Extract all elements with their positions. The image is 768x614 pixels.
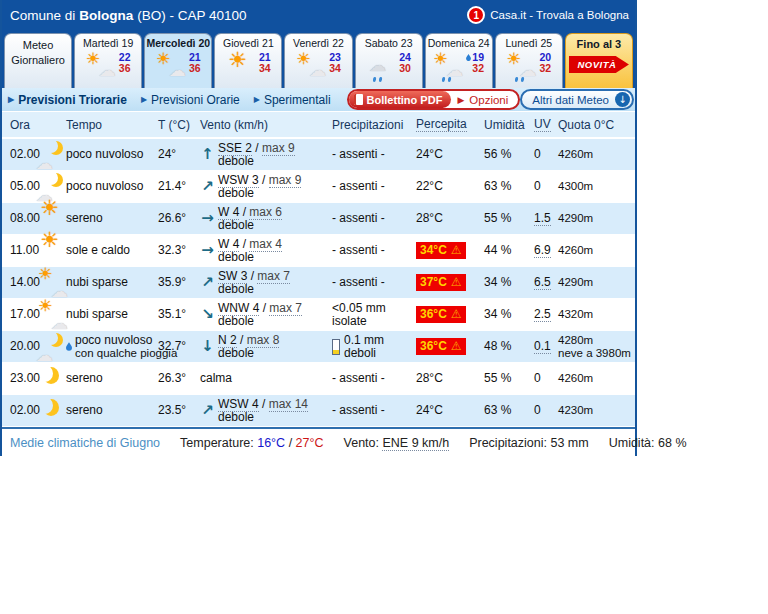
ad-label: Casa.it - Trovala a Bologna	[490, 9, 629, 21]
tab-martedi-19[interactable]: Martedì 19 ☀☁ 22 36	[74, 33, 142, 88]
max-temp: 32	[539, 62, 551, 74]
opzioni-button[interactable]: Opzioni	[469, 94, 508, 106]
pdf-icon	[354, 94, 363, 105]
time-cell: 14.00	[10, 276, 38, 289]
wind-strength: debole	[218, 283, 290, 296]
humidity-cell: 56 %	[484, 148, 534, 161]
wind-max-link[interactable]: max 7	[257, 269, 290, 284]
uv-cell: 2.5	[534, 308, 558, 321]
uv-cell: 1.5	[534, 212, 558, 225]
wind-direction-arrow: ↓	[200, 340, 215, 353]
uv-cell: 0	[534, 372, 558, 385]
nav-row: Previsioni Triorarie Previsioni Orarie S…	[2, 88, 635, 112]
heat-alert-badge[interactable]: 37°C	[416, 274, 466, 291]
tab-sabato-23[interactable]: Sabato 23 ☁ 24 30	[355, 33, 423, 88]
uv-value-link[interactable]: 1.5	[534, 211, 551, 226]
altri-dati-meteo-button[interactable]: Altri dati Meteo ↓	[520, 89, 634, 110]
page-title: Comune diBologna(BO) - CAP 40100	[10, 8, 247, 23]
uv-cell: 0	[534, 404, 558, 417]
uv-cell: 6.5	[534, 276, 558, 289]
rain-drop-icon	[466, 54, 471, 61]
uv-value-link[interactable]: 0.1	[534, 339, 551, 354]
temperature-cell: 35.9°	[158, 276, 200, 289]
uv-cell: 6.9	[534, 244, 558, 257]
wind-strength: debole	[218, 411, 308, 424]
forecast-row: 02.00 sereno 23.5° ↗ WSW 4 / max 14 debo…	[2, 395, 635, 427]
wind-max-link[interactable]: max 14	[269, 397, 308, 412]
wind-max-link[interactable]: max 9	[262, 141, 295, 156]
tab-giovedi-21[interactable]: Giovedì 21 ☀ 21 34	[214, 33, 282, 88]
temperature-cell: 26.6°	[158, 212, 200, 225]
tab-lunedi-25[interactable]: Lunedì 25 ☀☁ 20 32	[495, 33, 563, 88]
nav-sperimentali[interactable]: Sperimentali	[254, 93, 331, 107]
max-temp: 36	[189, 62, 201, 74]
conditions-cell: nubi sparse	[66, 308, 158, 321]
wind-max-link[interactable]: max 6	[249, 205, 282, 220]
wind-strength: debole	[218, 187, 301, 200]
uv-value-link[interactable]: 6.5	[534, 275, 551, 290]
humidity-cell: 55 %	[484, 212, 534, 225]
col-ora: Ora	[10, 118, 38, 132]
col-temperatura: T (°C)	[158, 118, 200, 132]
wind-cell: → W 4 / max 6 debole	[200, 206, 332, 232]
col-percepita[interactable]: Percepita	[416, 117, 467, 132]
footer-temperature: Temperature: 16°C / 27°C	[180, 436, 323, 450]
rain-cloud-icon: ☁	[366, 51, 394, 75]
wind-direction-arrow: →	[200, 212, 215, 225]
casa-it-icon: 1	[467, 6, 485, 24]
footer-precipitation: Precipitazioni: 53 mm	[469, 436, 589, 450]
freezing-level-cell: 4260m	[558, 372, 635, 385]
forecast-row: 23.00 sereno 26.3° calma - assenti - 28°…	[2, 363, 635, 395]
nav-previsioni-orarie[interactable]: Previsioni Orarie	[141, 93, 240, 107]
medie-climatiche-link[interactable]: Medie climatiche di Giugno	[10, 436, 160, 450]
precipitation-cell: - assenti -	[332, 180, 416, 193]
tab-mercoledi-20[interactable]: Mercoledì 20 ☀☁ 21 36	[144, 33, 212, 88]
wind-max-link[interactable]: max 7	[269, 301, 302, 316]
uv-value-link[interactable]: 2.5	[534, 307, 551, 322]
freezing-level-cell: 4290m	[558, 276, 635, 289]
bollettino-pdf-button[interactable]: Bollettino PDF	[349, 91, 452, 108]
arrow-right-icon: ▶	[457, 95, 464, 105]
tab-meteo-giornaliero[interactable]: Meteo Giornaliero	[4, 33, 72, 88]
humidity-cell: 63 %	[484, 404, 534, 417]
tab-venerdi-22[interactable]: Venerdì 22 ☀☁ 23 34	[284, 33, 352, 88]
conditions-cell: sereno	[66, 404, 158, 417]
wind-max-link[interactable]: max 4	[249, 237, 282, 252]
tab-domenica-24[interactable]: Domenica 24 ☀☁ 19 32	[425, 33, 493, 88]
feels-like-cell: 36°C	[416, 338, 484, 355]
col-umidita: Umidità	[484, 118, 534, 132]
uv-value: 0	[534, 179, 541, 193]
sun-cloud-icon: ☀☁	[156, 51, 184, 75]
time-cell: 08.00	[10, 212, 38, 225]
casa-it-ad[interactable]: 1 Casa.it - Trovala a Bologna	[467, 6, 629, 24]
wind-cell: ↘ WNW 4 / max 7 debole	[200, 302, 332, 328]
heat-alert-badge[interactable]: 34°C	[416, 242, 466, 259]
wind-cell: calma	[200, 372, 332, 385]
time-cell: 05.00	[10, 180, 38, 193]
uv-value-link[interactable]: 6.9	[534, 243, 551, 258]
wind-cell: ↑ SSE 2 / max 9 debole	[200, 142, 332, 168]
wind-cell: ↗ SW 3 / max 7 debole	[200, 270, 332, 296]
wind-max-link[interactable]: max 9	[269, 173, 302, 188]
sun-icon: ☀	[38, 237, 66, 264]
freezing-level-cell: 4260m	[558, 244, 635, 257]
temperature-cell: 21.4°	[158, 180, 200, 193]
wind-cell: ↗ WSW 3 / max 9 debole	[200, 174, 332, 200]
precipitation-cell: - assenti -	[332, 404, 416, 417]
feels-like-cell: 24°C	[416, 148, 484, 161]
temperature-cell: 26.3°	[158, 372, 200, 385]
heat-alert-badge[interactable]: 36°C	[416, 338, 466, 355]
wind-cell: → W 4 / max 4 debole	[200, 238, 332, 264]
freezing-level-cell: 4280mneve a 3980m	[558, 334, 635, 360]
forecast-row: 08.00 ☀ sereno 26.6° → W 4 / max 6 debol…	[2, 203, 635, 235]
temperature-cell: 24°	[158, 148, 200, 161]
heat-alert-badge[interactable]: 36°C	[416, 306, 466, 323]
tab-fino-al-3[interactable]: Fino al 3 NOVITÀ	[565, 33, 633, 88]
feels-like-value: 24°C	[416, 147, 443, 161]
col-uv[interactable]: UV	[534, 117, 551, 132]
forecast-row: 14.00 ☀☁ nubi sparse 35.9° ↗ SW 3 / max …	[2, 267, 635, 299]
nav-previsioni-triorarie[interactable]: Previsioni Triorarie	[8, 93, 127, 107]
feels-like-cell: 37°C	[416, 274, 484, 291]
feels-like-cell: 24°C	[416, 404, 484, 417]
col-precipitazioni: Precipitazioni	[332, 118, 416, 132]
